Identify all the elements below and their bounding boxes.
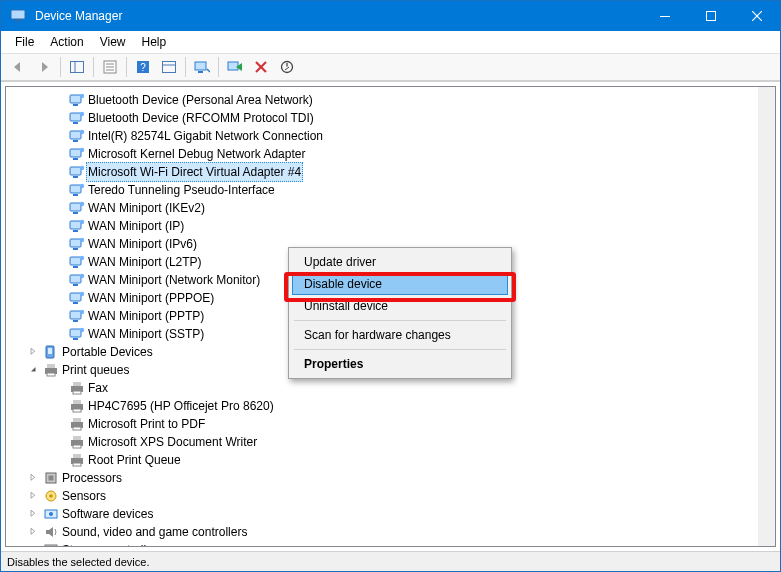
svg-rect-47	[73, 248, 78, 250]
tree-expander-icon[interactable]	[26, 472, 42, 484]
tree-expander-icon[interactable]	[26, 346, 42, 358]
tree-item-label: WAN Miniport (PPTP)	[86, 307, 206, 325]
tree-item-network-adapter[interactable]: Teredo Tunneling Pseudo-Interface	[6, 181, 758, 199]
tree-item-print-queue[interactable]: Microsoft Print to PDF	[6, 415, 758, 433]
svg-rect-58	[70, 311, 81, 319]
svg-point-51	[80, 256, 84, 260]
tree-item-network-adapter[interactable]: Bluetooth Device (Personal Area Network)	[6, 91, 758, 109]
printer-icon	[68, 434, 86, 450]
toolbar: ?	[1, 53, 780, 81]
maximize-button[interactable]	[688, 1, 734, 31]
svg-point-33	[80, 148, 84, 152]
tree-item-network-adapter[interactable]: Bluetooth Device (RFCOMM Protocol TDI)	[6, 109, 758, 127]
svg-rect-3	[707, 12, 716, 21]
uninstall-device-button[interactable]	[249, 55, 273, 79]
network-adapter-icon	[68, 146, 86, 162]
svg-rect-1	[15, 20, 21, 22]
close-button[interactable]	[734, 1, 780, 31]
svg-rect-83	[73, 463, 81, 466]
tree-category[interactable]: Storage controllers	[6, 541, 758, 546]
tree-expander-icon[interactable]	[26, 508, 42, 520]
tree-item-network-adapter[interactable]: WAN Miniport (IP)	[6, 217, 758, 235]
tree-item-print-queue[interactable]: HP4C7695 (HP Officejet Pro 8620)	[6, 397, 758, 415]
enable-device-button[interactable]	[223, 55, 247, 79]
tree-item-network-adapter[interactable]: Intel(R) 82574L Gigabit Network Connecti…	[6, 127, 758, 145]
cpu-icon	[42, 470, 60, 486]
tree-item-label: Print queues	[60, 361, 131, 379]
ctx-separator	[294, 320, 506, 321]
help-button[interactable]: ?	[131, 55, 155, 79]
svg-point-57	[80, 292, 84, 296]
svg-rect-40	[70, 203, 81, 211]
sound-icon	[42, 524, 60, 540]
svg-rect-34	[70, 167, 81, 175]
tree-expander-icon[interactable]	[26, 526, 42, 538]
tree-item-network-adapter[interactable]: WAN Miniport (IKEv2)	[6, 199, 758, 217]
ctx-scan-hardware[interactable]: Scan for hardware changes	[292, 324, 508, 346]
action-icon-button[interactable]	[157, 55, 181, 79]
scan-hardware-button[interactable]	[190, 55, 214, 79]
tree-item-network-adapter[interactable]: Microsoft Wi-Fi Direct Virtual Adapter #…	[6, 163, 758, 181]
network-adapter-icon	[68, 290, 86, 306]
software-icon	[42, 506, 60, 522]
printer-icon	[68, 380, 86, 396]
vertical-scrollbar[interactable]	[758, 87, 775, 546]
svg-rect-77	[73, 427, 81, 430]
tree-category[interactable]: Software devices	[6, 505, 758, 523]
printer-icon	[68, 452, 86, 468]
svg-rect-22	[70, 95, 81, 103]
tree-item-label: Teredo Tunneling Pseudo-Interface	[86, 181, 277, 199]
svg-rect-41	[73, 212, 78, 214]
tree-expander-icon[interactable]	[26, 544, 42, 546]
network-adapter-icon	[68, 254, 86, 270]
svg-point-36	[80, 166, 84, 170]
network-adapter-icon	[68, 128, 86, 144]
forward-button[interactable]	[32, 55, 56, 79]
svg-rect-68	[47, 373, 55, 376]
tree-item-print-queue[interactable]: Root Print Queue	[6, 451, 758, 469]
tree-category[interactable]: Processors	[6, 469, 758, 487]
menu-view[interactable]: View	[92, 33, 134, 51]
show-hide-tree-button[interactable]	[65, 55, 89, 79]
menu-file[interactable]: File	[7, 33, 42, 51]
tree-item-print-queue[interactable]: Microsoft XPS Document Writer	[6, 433, 758, 451]
tree-item-label: WAN Miniport (SSTP)	[86, 325, 206, 343]
tree-category[interactable]: Sensors	[6, 487, 758, 505]
minimize-button[interactable]	[642, 1, 688, 31]
tree-item-print-queue[interactable]: Fax	[6, 379, 758, 397]
tree-expander-icon[interactable]	[26, 364, 42, 376]
svg-rect-32	[73, 158, 78, 160]
status-text: Disables the selected device.	[7, 556, 149, 568]
svg-rect-61	[70, 329, 81, 337]
svg-rect-2	[660, 16, 670, 17]
tree-item-network-adapter[interactable]: Microsoft Kernel Debug Network Adapter	[6, 145, 758, 163]
tree-item-label: WAN Miniport (L2TP)	[86, 253, 204, 271]
tree-item-label: Processors	[60, 469, 124, 487]
properties-button[interactable]	[98, 55, 122, 79]
back-button[interactable]	[6, 55, 30, 79]
ctx-update-driver[interactable]: Update driver	[292, 251, 508, 273]
svg-rect-17	[198, 71, 203, 73]
tree-expander-icon[interactable]	[26, 490, 42, 502]
tree-item-label: Microsoft XPS Document Writer	[86, 433, 259, 451]
window-title: Device Manager	[35, 9, 122, 23]
network-adapter-icon	[68, 200, 86, 216]
svg-point-45	[80, 220, 84, 224]
status-bar: Disables the selected device.	[1, 551, 780, 571]
svg-rect-82	[73, 454, 81, 458]
disable-device-button[interactable]	[275, 55, 299, 79]
ctx-disable-device[interactable]: Disable device	[292, 273, 508, 295]
svg-point-24	[80, 94, 84, 98]
tree-item-label: WAN Miniport (IKEv2)	[86, 199, 207, 217]
tree-item-label: Sensors	[60, 487, 108, 505]
tree-item-label: WAN Miniport (IP)	[86, 217, 186, 235]
ctx-properties[interactable]: Properties	[292, 353, 508, 375]
network-adapter-icon	[68, 326, 86, 342]
ctx-uninstall-device[interactable]: Uninstall device	[292, 295, 508, 317]
tree-item-label: Intel(R) 82574L Gigabit Network Connecti…	[86, 127, 325, 145]
svg-rect-16	[195, 62, 206, 70]
tree-category[interactable]: Sound, video and game controllers	[6, 523, 758, 541]
tree-item-label: Microsoft Wi-Fi Direct Virtual Adapter #…	[86, 162, 303, 182]
menu-action[interactable]: Action	[42, 33, 91, 51]
menu-help[interactable]: Help	[134, 33, 175, 51]
